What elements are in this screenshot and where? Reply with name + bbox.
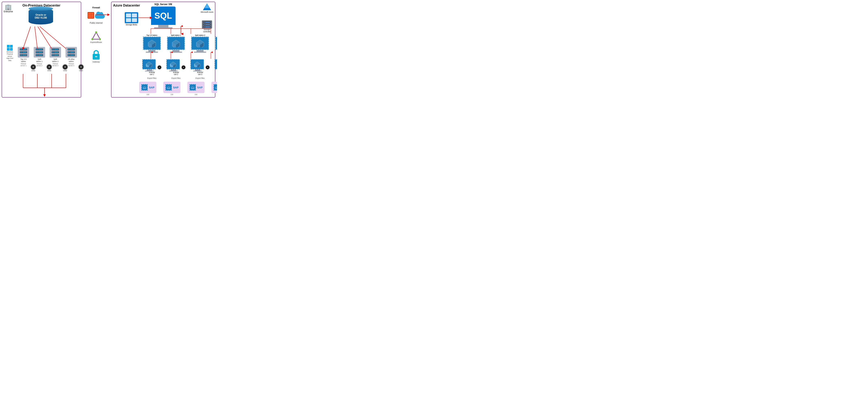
export-3: Export files: [190, 77, 210, 79]
win-q2: [10, 45, 13, 48]
disk-1a: [20, 49, 27, 51]
r3load1-disk-center: [159, 67, 160, 68]
r3load4-monitor: [215, 59, 217, 71]
sql-screen: SQL: [151, 6, 176, 25]
vm-stand-2: [173, 50, 180, 52]
middle-section: Firewall Public internet: [83, 2, 110, 98]
enterprise-label: Enterprise: [4, 10, 13, 13]
windows-logo: [7, 45, 13, 51]
sap-logo-1: SAP: [149, 86, 155, 89]
vm-stand-1: [148, 50, 155, 52]
export-4: Export files: [214, 77, 217, 79]
r3load2-disk: [182, 65, 186, 69]
server-split2: Splittables 2 R3loadserver 3: [48, 47, 62, 66]
sql-base: [154, 27, 173, 29]
vm-label-split2: Split tables 2: [190, 34, 210, 36]
azure-label: Microsoft Azure: [200, 11, 214, 13]
server-split1: Splittables 1 R3loadserver 2: [32, 47, 46, 66]
vhd-label-4: VHD: [79, 70, 83, 72]
sap-vm2-box: SAP: [163, 82, 181, 93]
storage-tile-3: [126, 18, 131, 22]
sap-vm4-label: VM: [210, 93, 217, 95]
server-icon-2: [34, 47, 45, 58]
r3load1-disk: [157, 65, 161, 69]
sap-vm1: SAP VM: [138, 82, 158, 95]
r3load-vm4: R3loadVM 4: [214, 59, 217, 75]
vhd-3: VHD: [58, 64, 72, 72]
windows-physical-server: WindowsPhysicalserverHigh PortVMs: [4, 45, 16, 62]
vm-screen-2: [167, 36, 185, 50]
firewall-arrow-svg: [95, 13, 110, 16]
left-panel: On-Premises Datacenter 🏢 Enterprise Orac…: [2, 2, 81, 98]
export-1: Export files: [142, 77, 162, 79]
sap-cube-4: [214, 84, 217, 91]
storage-label: Storage Blobs: [124, 24, 139, 26]
r3load1-monitor: [142, 59, 157, 71]
r3load3-monitor: [190, 59, 205, 71]
sql-monitor: SQL: [151, 6, 176, 29]
sap-cube-svg-3: [191, 86, 194, 89]
disk-3b: [52, 51, 59, 53]
brick9: [92, 16, 93, 18]
sap-vm1-label: VM: [138, 93, 158, 95]
sap-vm1-box: SAP: [139, 82, 156, 93]
cylinder-shape: Oracle orDB2 VLDB: [29, 8, 53, 25]
disk-1c: [20, 54, 27, 56]
servers-row: Top 3-5tables R3loadserver 1 Splittables…: [16, 47, 79, 66]
storage-blobs: Storage Blobs: [124, 12, 139, 26]
vhd-disk-2: [46, 64, 52, 70]
r3load-vms-row: R3loadVM 1: [142, 59, 217, 75]
win-q4: [10, 48, 13, 51]
svg-line-3: [40, 27, 66, 49]
svg-line-2: [38, 27, 52, 49]
vm-label-top35: Top 3-5 tables: [142, 34, 162, 36]
r3load2-screen: [166, 59, 180, 69]
cube-icon-1: [147, 39, 156, 48]
sap-vm2-label: VM: [162, 93, 182, 95]
gateway-icon: ⇔: [91, 49, 101, 60]
vm-label-allother: All other tables: [214, 34, 217, 36]
vm-stand-3: [196, 50, 204, 52]
vm-monitor-top35: Top 3-5 tables: [142, 34, 162, 53]
cube-icon-3: [195, 39, 205, 48]
dc-disk3: [203, 26, 211, 28]
domain-controller-label: Domain controller: [200, 29, 214, 33]
r3load-vm1: R3loadVM 1: [142, 59, 162, 75]
disk-2c: [36, 54, 43, 56]
vm-monitors-row: Top 3-5 tables Split tables 1: [142, 34, 217, 53]
vm-screen-1: [143, 36, 161, 50]
enterprise-icon: 🏢 Enterprise: [4, 4, 13, 13]
sap-cube-svg-4: [215, 86, 217, 89]
disk-2b: [36, 51, 43, 53]
firewall-icon: [88, 12, 94, 19]
server-top35: Top 3-5tables R3loadserver 1: [16, 47, 31, 66]
server-label-3: Splittables 2: [48, 58, 62, 63]
vm-base-2: [170, 52, 182, 53]
r3load2-label: R3loadVM 2: [173, 71, 179, 75]
disk-3c: [52, 54, 59, 56]
expressroute-group: ExpressRoute: [90, 31, 102, 43]
r3load3-disk-center: [207, 67, 208, 68]
brick3: [92, 13, 93, 14]
vm-label-split1: Split tables 1: [166, 34, 186, 36]
sql-vm-label: SQL Server VM: [151, 3, 176, 6]
azure-triangle-icon: [203, 3, 212, 10]
svg-marker-10: [92, 32, 100, 39]
svg-line-1: [35, 27, 37, 49]
sql-server-group: SQL Server VM SQL: [151, 3, 176, 29]
r3load-cube-3: [194, 61, 200, 67]
main-container: On-Premises Datacenter 🏢 Enterprise Orac…: [0, 0, 217, 99]
vhd-disk-1: [31, 64, 36, 70]
win-q3: [7, 48, 9, 51]
sap-logo-2: SAP: [173, 86, 179, 89]
windows-label: WindowsPhysicalserverHigh PortVMs: [4, 51, 16, 62]
dc-disk2: [203, 24, 211, 25]
dc-disk1: [203, 22, 211, 23]
vm-screen-4: [215, 36, 217, 50]
sap-cube-svg-1: [143, 86, 146, 89]
r3load1-screen: [142, 59, 156, 69]
disk-4b: [68, 51, 75, 53]
vm-monitor-split2: Split tables 2: [190, 34, 210, 53]
svg-text:⇔: ⇔: [95, 55, 97, 58]
sap-cube-3: [189, 84, 196, 91]
